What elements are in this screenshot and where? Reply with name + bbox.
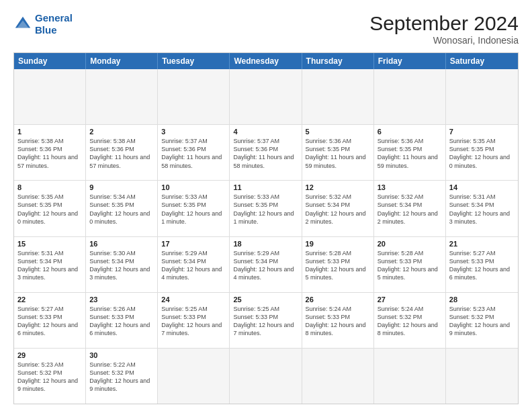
day-number: 27 bbox=[378, 295, 442, 304]
day-number: 10 bbox=[161, 183, 226, 191]
day-info: Sunrise: 5:25 AM Sunset: 5:33 PM Dayligh… bbox=[233, 305, 298, 338]
day-number: 2 bbox=[89, 128, 154, 136]
cell-w0-d3 bbox=[230, 69, 302, 124]
logo-text: General Blue bbox=[35, 12, 73, 36]
day-number: 22 bbox=[17, 295, 82, 304]
day-info: Sunrise: 5:36 AM Sunset: 5:35 PM Dayligh… bbox=[306, 137, 370, 170]
cell-w3-d1: 16Sunrise: 5:30 AM Sunset: 5:34 PM Dayli… bbox=[86, 237, 158, 292]
title-block: September 2024 Wonosari, Indonesia bbox=[369, 12, 519, 46]
cell-w3-d6: 21Sunrise: 5:27 AM Sunset: 5:33 PM Dayli… bbox=[446, 237, 518, 292]
day-info: Sunrise: 5:28 AM Sunset: 5:33 PM Dayligh… bbox=[378, 249, 442, 282]
day-info: Sunrise: 5:32 AM Sunset: 5:34 PM Dayligh… bbox=[306, 193, 370, 226]
day-number: 29 bbox=[17, 351, 82, 359]
header-friday: Friday bbox=[374, 53, 446, 69]
cell-w4-d4: 26Sunrise: 5:24 AM Sunset: 5:33 PM Dayli… bbox=[302, 293, 374, 348]
day-info: Sunrise: 5:33 AM Sunset: 5:35 PM Dayligh… bbox=[161, 193, 226, 226]
calendar-header: Sunday Monday Tuesday Wednesday Thursday… bbox=[14, 53, 518, 69]
day-info: Sunrise: 5:31 AM Sunset: 5:34 PM Dayligh… bbox=[17, 249, 82, 282]
day-info: Sunrise: 5:34 AM Sunset: 5:35 PM Dayligh… bbox=[89, 193, 154, 226]
day-info: Sunrise: 5:28 AM Sunset: 5:33 PM Dayligh… bbox=[306, 249, 370, 282]
cell-w0-d0 bbox=[14, 69, 86, 124]
day-number: 28 bbox=[449, 295, 515, 304]
day-info: Sunrise: 5:24 AM Sunset: 5:33 PM Dayligh… bbox=[306, 305, 370, 338]
day-number: 20 bbox=[378, 240, 442, 248]
cell-w1-d4: 5Sunrise: 5:36 AM Sunset: 5:35 PM Daylig… bbox=[302, 125, 374, 180]
day-number: 17 bbox=[161, 240, 226, 248]
day-number: 6 bbox=[378, 128, 442, 136]
day-number: 16 bbox=[89, 240, 154, 248]
day-info: Sunrise: 5:23 AM Sunset: 5:32 PM Dayligh… bbox=[449, 305, 515, 338]
header-wednesday: Wednesday bbox=[230, 53, 302, 69]
cell-w4-d5: 27Sunrise: 5:24 AM Sunset: 5:32 PM Dayli… bbox=[374, 293, 446, 348]
cell-w1-d1: 2Sunrise: 5:38 AM Sunset: 5:36 PM Daylig… bbox=[86, 125, 158, 180]
cell-w5-d0: 29Sunrise: 5:23 AM Sunset: 5:32 PM Dayli… bbox=[14, 349, 86, 404]
day-info: Sunrise: 5:35 AM Sunset: 5:35 PM Dayligh… bbox=[17, 193, 82, 226]
header-tuesday: Tuesday bbox=[158, 53, 230, 69]
day-number: 3 bbox=[161, 128, 226, 136]
cell-w4-d6: 28Sunrise: 5:23 AM Sunset: 5:32 PM Dayli… bbox=[446, 293, 518, 348]
cell-w2-d1: 9Sunrise: 5:34 AM Sunset: 5:35 PM Daylig… bbox=[86, 181, 158, 236]
day-info: Sunrise: 5:36 AM Sunset: 5:35 PM Dayligh… bbox=[378, 137, 442, 170]
day-info: Sunrise: 5:38 AM Sunset: 5:36 PM Dayligh… bbox=[17, 137, 82, 170]
cell-w1-d3: 4Sunrise: 5:37 AM Sunset: 5:36 PM Daylig… bbox=[230, 125, 302, 180]
header-monday: Monday bbox=[86, 53, 158, 69]
day-info: Sunrise: 5:26 AM Sunset: 5:33 PM Dayligh… bbox=[89, 305, 154, 338]
cell-w1-d5: 6Sunrise: 5:36 AM Sunset: 5:35 PM Daylig… bbox=[374, 125, 446, 180]
header-saturday: Saturday bbox=[446, 53, 518, 69]
day-info: Sunrise: 5:27 AM Sunset: 5:33 PM Dayligh… bbox=[449, 249, 515, 282]
cell-w5-d4 bbox=[302, 349, 374, 404]
cell-w5-d6 bbox=[446, 349, 518, 404]
day-info: Sunrise: 5:29 AM Sunset: 5:34 PM Dayligh… bbox=[233, 249, 298, 282]
day-number: 26 bbox=[306, 295, 370, 304]
day-info: Sunrise: 5:33 AM Sunset: 5:35 PM Dayligh… bbox=[233, 193, 298, 226]
week-row-0 bbox=[14, 69, 518, 125]
day-number: 13 bbox=[378, 183, 442, 191]
cell-w0-d2 bbox=[158, 69, 230, 124]
calendar-body: 1Sunrise: 5:38 AM Sunset: 5:36 PM Daylig… bbox=[14, 69, 518, 404]
header-sunday: Sunday bbox=[14, 53, 86, 69]
cell-w3-d3: 18Sunrise: 5:29 AM Sunset: 5:34 PM Dayli… bbox=[230, 237, 302, 292]
day-info: Sunrise: 5:29 AM Sunset: 5:34 PM Dayligh… bbox=[161, 249, 226, 282]
logo: General Blue bbox=[13, 12, 73, 36]
header: General Blue September 2024 Wonosari, In… bbox=[13, 12, 519, 46]
cell-w4-d2: 24Sunrise: 5:25 AM Sunset: 5:33 PM Dayli… bbox=[158, 293, 230, 348]
day-number: 15 bbox=[17, 240, 82, 248]
cell-w4-d0: 22Sunrise: 5:27 AM Sunset: 5:33 PM Dayli… bbox=[14, 293, 86, 348]
cell-w5-d5 bbox=[374, 349, 446, 404]
cell-w1-d2: 3Sunrise: 5:37 AM Sunset: 5:36 PM Daylig… bbox=[158, 125, 230, 180]
cell-w0-d6 bbox=[446, 69, 518, 124]
calendar: Sunday Monday Tuesday Wednesday Thursday… bbox=[13, 52, 519, 404]
day-number: 23 bbox=[89, 295, 154, 304]
cell-w1-d0: 1Sunrise: 5:38 AM Sunset: 5:36 PM Daylig… bbox=[14, 125, 86, 180]
cell-w2-d5: 13Sunrise: 5:32 AM Sunset: 5:34 PM Dayli… bbox=[374, 181, 446, 236]
week-row-4: 22Sunrise: 5:27 AM Sunset: 5:33 PM Dayli… bbox=[14, 293, 518, 349]
calendar-subtitle: Wonosari, Indonesia bbox=[369, 35, 519, 46]
cell-w5-d1: 30Sunrise: 5:22 AM Sunset: 5:32 PM Dayli… bbox=[86, 349, 158, 404]
day-number: 21 bbox=[449, 240, 515, 248]
cell-w1-d6: 7Sunrise: 5:35 AM Sunset: 5:35 PM Daylig… bbox=[446, 125, 518, 180]
day-number: 30 bbox=[89, 351, 154, 359]
day-number: 25 bbox=[233, 295, 298, 304]
cell-w0-d1 bbox=[86, 69, 158, 124]
day-number: 8 bbox=[17, 183, 82, 191]
day-info: Sunrise: 5:37 AM Sunset: 5:36 PM Dayligh… bbox=[233, 137, 298, 170]
page: General Blue September 2024 Wonosari, In… bbox=[0, 0, 532, 411]
week-row-3: 15Sunrise: 5:31 AM Sunset: 5:34 PM Dayli… bbox=[14, 237, 518, 293]
cell-w3-d5: 20Sunrise: 5:28 AM Sunset: 5:33 PM Dayli… bbox=[374, 237, 446, 292]
cell-w4-d3: 25Sunrise: 5:25 AM Sunset: 5:33 PM Dayli… bbox=[230, 293, 302, 348]
week-row-1: 1Sunrise: 5:38 AM Sunset: 5:36 PM Daylig… bbox=[14, 125, 518, 181]
day-info: Sunrise: 5:25 AM Sunset: 5:33 PM Dayligh… bbox=[161, 305, 226, 338]
day-number: 1 bbox=[17, 128, 82, 136]
day-number: 18 bbox=[233, 240, 298, 248]
day-info: Sunrise: 5:23 AM Sunset: 5:32 PM Dayligh… bbox=[17, 361, 82, 394]
cell-w5-d3 bbox=[230, 349, 302, 404]
cell-w0-d5 bbox=[374, 69, 446, 124]
cell-w2-d2: 10Sunrise: 5:33 AM Sunset: 5:35 PM Dayli… bbox=[158, 181, 230, 236]
day-number: 7 bbox=[449, 128, 515, 136]
logo-line1: General bbox=[35, 12, 73, 24]
day-number: 19 bbox=[306, 240, 370, 248]
cell-w2-d6: 14Sunrise: 5:31 AM Sunset: 5:34 PM Dayli… bbox=[446, 181, 518, 236]
day-number: 5 bbox=[306, 128, 370, 136]
day-info: Sunrise: 5:37 AM Sunset: 5:36 PM Dayligh… bbox=[161, 137, 226, 170]
cell-w2-d4: 12Sunrise: 5:32 AM Sunset: 5:34 PM Dayli… bbox=[302, 181, 374, 236]
